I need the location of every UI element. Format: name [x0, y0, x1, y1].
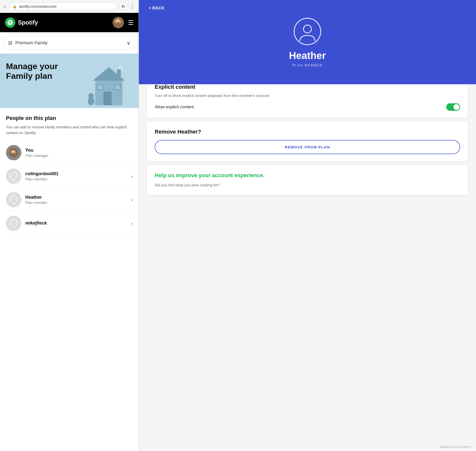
member-list: You Plan manager colingordon001 Plan mem… — [6, 141, 133, 235]
hamburger-icon[interactable]: ☰ — [128, 19, 134, 27]
detail-avatar-wrap — [149, 18, 466, 45]
people-section: People on this plan You can add or remov… — [0, 108, 139, 451]
people-desc: You can add or remove family members and… — [6, 124, 133, 136]
member-info-colin: colingordon001 Plan member — [25, 171, 131, 181]
member-item-you[interactable]: You Plan manager — [6, 141, 133, 164]
svg-point-20 — [9, 219, 18, 228]
toggle-row: Allow explicit content — [155, 103, 460, 111]
detail-avatar — [294, 18, 321, 45]
spotify-logo[interactable]: Spotify — [5, 17, 38, 28]
detail-member-name: Heather — [149, 50, 466, 61]
svg-rect-9 — [117, 69, 121, 78]
plan-icon: ⊟ — [8, 40, 12, 46]
more-icon[interactable]: ⋮ — [130, 3, 135, 10]
explicit-content-desc: Turn off to block explicit content playb… — [155, 93, 460, 98]
member-role-colin: Plan member — [25, 177, 131, 181]
member-item-colin[interactable]: colingordon001 Plan member › — [6, 165, 133, 188]
explicit-content-toggle[interactable] — [446, 103, 460, 111]
svg-point-11 — [89, 93, 94, 99]
remove-title: Remove Heather? — [155, 129, 460, 135]
improve-title: Help us improve your account experience. — [155, 172, 460, 179]
spotify-name: Spotify — [18, 19, 38, 26]
hero-illustration — [82, 54, 139, 108]
member-avatar-colin — [6, 169, 21, 184]
svg-point-18 — [9, 195, 18, 204]
explicit-content-title: Explicit content — [155, 84, 460, 90]
right-panel: < BACK Heather PLAN MEMBER Explicit cont… — [139, 0, 476, 451]
spotify-header: Spotify ☰ — [0, 13, 139, 32]
member-info-heather: Heather Plan member — [25, 195, 131, 205]
toggle-label: Allow explicit content — [155, 105, 194, 110]
detail-member-role: PLAN MEMBER — [149, 63, 466, 67]
svg-rect-6 — [103, 92, 112, 105]
url-bar[interactable]: 🔒 spotify.com/us/account — [9, 2, 117, 10]
improve-desc: Did you find what you were looking for? — [155, 182, 460, 188]
chevron-right-colin[interactable]: › — [131, 173, 133, 179]
watermark: ANDROID AUTHORITY — [440, 446, 471, 449]
lock-icon: 🔒 — [13, 4, 17, 8]
people-title: People on this plan — [6, 115, 133, 121]
chevron-right-heather[interactable]: › — [131, 197, 133, 203]
member-item-heather[interactable]: Heather Plan member › — [6, 189, 133, 211]
member-name-colin: colingordon001 — [25, 171, 131, 176]
member-item-mike[interactable]: mikejfleck › — [6, 212, 133, 235]
svg-rect-7 — [97, 85, 103, 90]
url-text: spotify.com/us/account — [19, 4, 56, 8]
svg-rect-8 — [114, 85, 120, 90]
member-avatar-mike — [6, 216, 21, 231]
member-role-heather: Plan member — [25, 200, 131, 205]
back-button[interactable]: < BACK — [149, 6, 164, 10]
browser-bar: ⌂ 🔒 spotify.com/us/account 31 ⋮ — [0, 0, 139, 13]
member-name-heather: Heather — [25, 195, 131, 200]
header-right: ☰ — [113, 17, 134, 28]
svg-point-22 — [303, 25, 311, 33]
improve-card: Help us improve your account experience.… — [147, 165, 468, 195]
svg-point-16 — [9, 171, 18, 181]
member-avatar-you — [6, 145, 21, 160]
remove-from-plan-button[interactable]: REMOVE FROM PLAN — [155, 140, 460, 154]
left-panel: ⌂ 🔒 spotify.com/us/account 31 ⋮ Spotify — [0, 0, 139, 451]
member-info-mike: mikejfleck — [25, 221, 131, 226]
member-info-you: You Plan manager — [25, 148, 133, 158]
spotify-logo-icon — [5, 17, 15, 28]
svg-rect-0 — [113, 17, 124, 28]
plan-selector[interactable]: ⊟ Premium Family ∨ — [4, 36, 135, 50]
user-avatar[interactable] — [113, 17, 124, 28]
member-name-you: You — [25, 148, 133, 153]
svg-point-3 — [117, 19, 120, 22]
hero-title: Manage your Family plan — [6, 61, 70, 81]
member-name-mike: mikejfleck — [25, 221, 131, 226]
chevron-right-mike[interactable]: › — [131, 221, 133, 226]
calendar-badge: 31 — [119, 3, 127, 9]
svg-point-15 — [12, 150, 15, 153]
member-avatar-heather — [6, 192, 21, 207]
home-icon[interactable]: ⌂ — [3, 3, 6, 9]
chevron-down-icon: ∨ — [127, 40, 130, 46]
plan-label-text: Premium Family — [15, 40, 124, 46]
hero-section: Manage your Family plan — [0, 54, 139, 108]
remove-card: Remove Heather? REMOVE FROM PLAN — [147, 122, 468, 161]
member-detail-header: < BACK Heather PLAN MEMBER — [139, 0, 476, 84]
member-role-you: Plan manager — [25, 153, 133, 158]
detail-content: Explicit content Turn off to block expli… — [139, 77, 476, 199]
